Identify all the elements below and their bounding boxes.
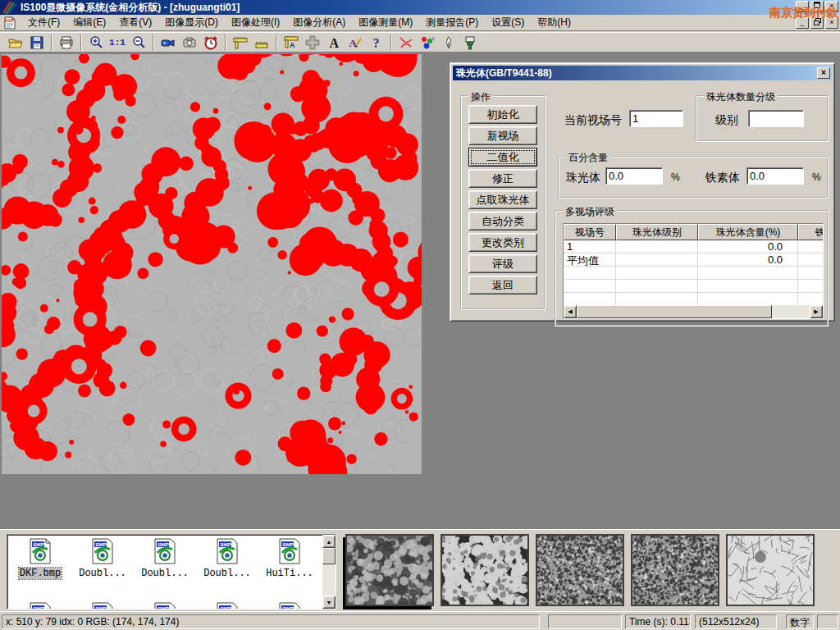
file-list[interactable]: BMP DKF.bmp BMP Doubl... BMP Doubl... BM… xyxy=(7,534,336,609)
file-item[interactable]: BMP DKF.bmp xyxy=(11,538,70,579)
dialog-body: 操作 初始化 新视场 二值化 修正 点取珠光体 自动分类 更改类别 评级 返回 … xyxy=(453,80,832,317)
thumbnail-1[interactable] xyxy=(345,534,434,606)
pearlite-label: 珠光体 xyxy=(566,171,600,185)
menu-image-measure[interactable]: 图像测量(M) xyxy=(352,14,419,31)
file-item-clipped[interactable]: BMP xyxy=(135,602,194,609)
app-logo-icon xyxy=(2,0,17,15)
pearlite-percent-input[interactable] xyxy=(605,167,663,185)
init-button[interactable]: 初始化 xyxy=(468,105,537,124)
col-pearlite-level[interactable]: 珠光体级别 xyxy=(616,224,698,240)
timer-button[interactable] xyxy=(200,34,221,52)
menu-edit[interactable]: 编辑(E) xyxy=(66,14,112,31)
close-button[interactable]: × xyxy=(825,1,838,12)
zoom-out-button[interactable] xyxy=(128,34,149,52)
pick-pearlite-button[interactable]: 点取珠光体 xyxy=(468,190,537,209)
table-row[interactable]: 1 0.0 xyxy=(564,240,823,253)
scroll-down-button[interactable]: ▼ xyxy=(322,596,336,609)
binarize-button[interactable]: 二值化 xyxy=(468,148,537,167)
actual-size-button[interactable]: 1:1 xyxy=(107,34,128,52)
file-item-clipped[interactable]: BMP xyxy=(73,602,132,609)
save-button[interactable] xyxy=(26,34,48,52)
scroll-left-button[interactable]: ◀ xyxy=(564,305,577,318)
col-pearlite-content[interactable]: 珠光体含量(%) xyxy=(698,224,798,240)
file-list-scrollbar[interactable]: ▲ ▼ xyxy=(322,535,336,609)
status-bar: x: 510 y: 79 idx: 0 RGB: (174, 174, 174)… xyxy=(0,611,840,630)
zoom-in-button[interactable] xyxy=(85,34,107,52)
file-item-clipped[interactable]: BMP xyxy=(11,602,70,609)
change-class-button[interactable]: 更改类别 xyxy=(468,233,537,252)
level-input[interactable] xyxy=(748,110,804,127)
col-field-number[interactable]: 视场号 xyxy=(564,224,616,240)
thumbnail-5[interactable] xyxy=(726,534,815,606)
caliper-measure-button[interactable] xyxy=(230,34,251,52)
print-button[interactable] xyxy=(56,34,77,52)
bmp-file-icon: BMP xyxy=(28,538,52,564)
table-empty-row xyxy=(564,280,823,293)
menu-help[interactable]: 帮助(H) xyxy=(531,14,578,31)
file-name[interactable]: HuiTi... xyxy=(265,568,314,579)
scroll-up-button[interactable]: ▲ xyxy=(322,535,336,548)
mdi-close-button[interactable]: × xyxy=(825,17,838,29)
thumbnail-4[interactable] xyxy=(631,534,719,606)
pen-tool-button[interactable] xyxy=(438,34,459,52)
scroll-right-button[interactable]: ▶ xyxy=(810,305,823,318)
menu-file[interactable]: 文件(F) xyxy=(21,14,66,31)
svg-text:A: A xyxy=(290,41,295,49)
scroll-thumb[interactable] xyxy=(322,548,336,564)
file-name[interactable]: Doubl... xyxy=(140,568,189,579)
video-capture-button[interactable] xyxy=(158,34,179,52)
file-name[interactable]: Doubl... xyxy=(78,568,127,579)
scroll-thumb[interactable] xyxy=(577,305,772,318)
table-row[interactable]: 平均值 0.0 xyxy=(564,253,823,267)
count-markers-button[interactable]: 3 xyxy=(417,34,438,52)
file-item-clipped[interactable]: BMP xyxy=(260,602,319,609)
menu-settings[interactable]: 设置(S) xyxy=(485,14,531,31)
file-item[interactable]: BMP HuiTi... xyxy=(260,538,319,579)
table-empty-row xyxy=(564,267,823,280)
file-item[interactable]: BMP Doubl... xyxy=(135,538,194,579)
col-ferrite-content[interactable]: 铁素体含量(%) xyxy=(798,224,824,240)
menu-image-display[interactable]: 图像显示(D) xyxy=(158,14,225,31)
open-button[interactable] xyxy=(5,34,26,52)
thumbnail-2[interactable] xyxy=(441,534,529,606)
file-item-clipped[interactable]: BMP xyxy=(198,602,257,609)
svg-text:BMP: BMP xyxy=(34,542,44,547)
file-name[interactable]: Doubl... xyxy=(203,568,252,579)
ferrite-percent-input[interactable] xyxy=(746,167,804,185)
move-tool-button[interactable] xyxy=(302,34,323,52)
annotate-tool-button[interactable]: A xyxy=(345,34,366,52)
menu-image-process[interactable]: 图像处理(I) xyxy=(225,14,286,31)
menu-measure-report[interactable]: 测量报告(P) xyxy=(419,14,485,31)
menu-view[interactable]: 查看(V) xyxy=(112,14,158,31)
scroll-track[interactable] xyxy=(772,305,810,318)
fill-tool-button[interactable] xyxy=(459,34,481,52)
dialog-close-button[interactable]: × xyxy=(817,67,830,79)
text-tool-button[interactable]: A xyxy=(323,34,345,52)
file-item[interactable]: BMP Doubl... xyxy=(73,538,132,579)
curve-tool-button[interactable] xyxy=(395,34,417,52)
table-h-scrollbar[interactable]: ◀ ▶ xyxy=(564,305,823,318)
thumbnail-3[interactable] xyxy=(536,534,624,606)
maximize-button[interactable] xyxy=(810,1,824,12)
mdi-minimize-button[interactable]: _ xyxy=(796,17,809,29)
menu-image-analysis[interactable]: 图像分析(A) xyxy=(286,14,352,31)
measure-label-button[interactable]: A xyxy=(281,34,302,52)
file-item[interactable]: BMP Doubl... xyxy=(198,538,257,579)
return-button[interactable]: 返回 xyxy=(468,276,537,294)
snapshot-button[interactable] xyxy=(179,34,200,52)
main-image[interactable] xyxy=(2,54,422,474)
help-button[interactable]: ? xyxy=(366,34,387,52)
toolbar-separator xyxy=(153,34,154,51)
new-field-button[interactable]: 新视场 xyxy=(468,126,537,145)
correct-button[interactable]: 修正 xyxy=(468,169,537,188)
ruler-button[interactable] xyxy=(251,34,272,52)
file-name[interactable]: DKF.bmp xyxy=(19,568,62,579)
grading-group: 珠光体数量分级 级别 xyxy=(696,95,829,142)
dialog-title-bar[interactable]: 珠光体(GB/T9441-88) × xyxy=(453,66,832,80)
svg-text:?: ? xyxy=(373,36,380,50)
minimize-button[interactable]: _ xyxy=(796,1,809,12)
grade-button[interactable]: 评级 xyxy=(468,254,537,273)
current-field-input[interactable] xyxy=(629,110,683,127)
mdi-restore-button[interactable] xyxy=(810,17,824,29)
auto-classify-button[interactable]: 自动分类 xyxy=(468,212,537,231)
